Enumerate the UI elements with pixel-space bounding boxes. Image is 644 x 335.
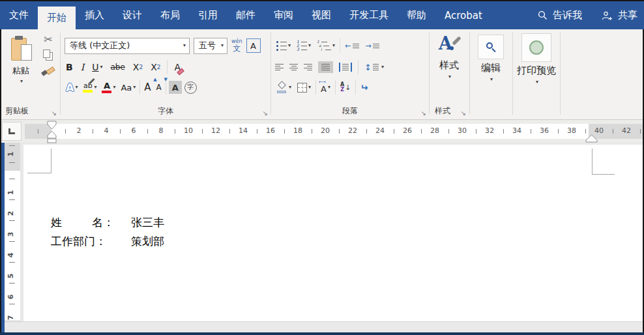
print-preview-label: 打印预览 [517,65,556,77]
font-name-select[interactable]: 等线 (中文正文)▾ [65,38,190,54]
crop-mark-top-left-v [51,149,51,173]
font-name-value: 等线 (中文正文) [70,40,130,51]
styles-icon: A [437,35,461,57]
tab-开始[interactable]: 开始 [38,7,76,29]
print-preview-icon [521,33,551,62]
left-indent-markers[interactable] [46,121,57,143]
print-preview-button[interactable]: 打印预览 ▾ [514,33,559,85]
paste-button[interactable]: 粘贴 ▾ [5,36,37,84]
document-page[interactable] [23,145,643,321]
editing-button[interactable]: 编辑 ▾ [471,35,510,82]
h-ruler[interactable]: 24681012141618202224262830323436384042 [25,124,643,139]
underline-button[interactable]: U▾ [91,59,104,75]
tab-布局[interactable]: 布局 [151,1,189,29]
group-separator [560,33,561,115]
clipboard-dialog-launcher[interactable]: ↘ [51,110,57,117]
share-button[interactable]: 共享 [602,1,644,29]
tab-引用[interactable]: 引用 [189,1,227,29]
font-group-label: 字体 [61,106,271,117]
tab-文件[interactable]: 文件 [0,1,38,29]
tab-设计[interactable]: 设计 [113,1,151,29]
copy-button[interactable] [43,50,53,61]
bold-button[interactable]: B [65,59,74,75]
superscript-button[interactable]: X2 [149,59,162,75]
format-painter-button[interactable] [42,65,55,77]
find-icon [478,35,504,59]
doc-line1-value: 张三丰 [131,216,164,229]
styles-button-label: 样式 [439,59,459,72]
v-ruler[interactable]: 11234567 [5,143,20,320]
shrink-font-button[interactable]: A▼ [155,80,163,95]
character-shading-button[interactable]: A [169,81,182,94]
top-margin-zone [5,143,20,171]
font-dialog-launcher[interactable]: ↘ [263,110,268,117]
tab-Acrobat[interactable]: Acrobat [435,1,491,29]
paragraph-group: ▾ 123▾ 1ai▾ ← → ↕▾ ▾ ▾ A←→▾ [271,29,429,119]
font-group: 等线 (中文正文)▾ 五号▾ wén文 A B I U▾ abe X2 X2 A… [61,29,271,119]
styles-dialog-launcher[interactable]: ↘ [461,110,466,117]
italic-button[interactable]: I [80,59,86,75]
justify-button[interactable] [318,61,333,73]
tab-selector[interactable] [2,122,22,141]
tab-视图[interactable]: 视图 [302,1,340,29]
borders-button[interactable]: ▾ [296,80,312,95]
font-size-value: 五号 [199,40,216,51]
ruler-row: 24681012141618202224262830323436384042 [1,119,643,143]
crop-mark-top-right-v [592,149,593,174]
paragraph-dialog-launcher[interactable]: ↘ [421,110,426,117]
align-right-button[interactable] [304,64,312,70]
distribute-button[interactable] [339,63,352,72]
font-size-select[interactable]: 五号▾ [194,38,227,54]
strikethrough-button[interactable]: abe [109,59,126,75]
paste-dropdown[interactable]: ▾ [20,79,23,84]
window-left-accent [1,143,5,332]
shading-button[interactable]: ▾ [275,80,293,95]
grow-font-button[interactable]: A▲ [143,80,152,95]
right-indent-marker[interactable] [585,134,598,143]
doc-line2-label: 工作部门： [51,235,106,248]
ribbon: 粘贴 ▾ ✂ 剪贴板 ↘ 等线 (中文正文)▾ 五号▾ wén文 [1,29,643,119]
tab-帮助[interactable]: 帮助 [398,1,435,29]
tab-审阅[interactable]: 审阅 [265,1,302,29]
font-color-button[interactable]: A▾ [100,80,117,95]
subscript-button[interactable]: X2 [132,59,144,75]
clear-formatting-button[interactable]: A [173,59,182,75]
sort-button[interactable]: AZ↓ [339,80,352,95]
clipboard-group: 粘贴 ▾ ✂ 剪贴板 ↘ [1,29,59,119]
text-effects-button[interactable]: A▾ [65,80,79,95]
numbering-button[interactable]: 123▾ [295,38,312,53]
tell-me-button[interactable]: 告诉我 [534,1,586,29]
crop-mark-top-left-h [27,173,51,173]
tab-邮件[interactable]: 邮件 [227,1,265,29]
person-add-icon [602,10,613,21]
multilevel-list-button[interactable]: 1ai▾ [315,38,336,53]
doc-line1-label-a: 姓 [51,216,62,229]
paste-icon [10,36,32,63]
search-icon [538,10,548,20]
character-border-button[interactable]: A [246,38,261,53]
cut-button[interactable]: ✂ [44,35,52,45]
doc-line1-label-b: 名： [92,216,114,229]
tab-开发工具[interactable]: 开发工具 [340,1,398,29]
change-case-button[interactable]: Aa▾ [119,80,137,95]
highlight-button[interactable]: ab▾ [81,80,98,95]
paste-label: 粘贴 [12,65,29,77]
styles-button[interactable]: A 样式 ▾ [431,35,467,80]
window-left-edge [0,29,1,335]
increase-indent-button[interactable]: → [364,38,381,53]
bullets-button[interactable]: ▾ [275,38,292,53]
word-window: 文件开始插入设计布局引用邮件审阅视图开发工具帮助Acrobat 告诉我 共享 粘… [0,0,644,335]
asian-layout-button[interactable]: A←→▾ [319,80,332,95]
align-center-button[interactable] [289,64,298,70]
share-label: 共享 [618,9,637,22]
tab-插入[interactable]: 插入 [76,1,113,29]
tab-stop-icon [8,128,15,134]
show-marks-button[interactable]: ↵ [359,80,370,95]
line-spacing-button[interactable]: ↕▾ [364,63,384,72]
phonetic-guide-button[interactable]: wén文 [231,39,242,52]
enclose-characters-button[interactable]: 字 [184,81,197,94]
decrease-indent-button[interactable]: ← [344,38,360,53]
ribbon-tab-bar: 文件开始插入设计布局引用邮件审阅视图开发工具帮助Acrobat 告诉我 共享 [0,0,644,29]
horizontal-scrollbar[interactable] [1,321,643,332]
align-left-button[interactable] [275,64,284,70]
